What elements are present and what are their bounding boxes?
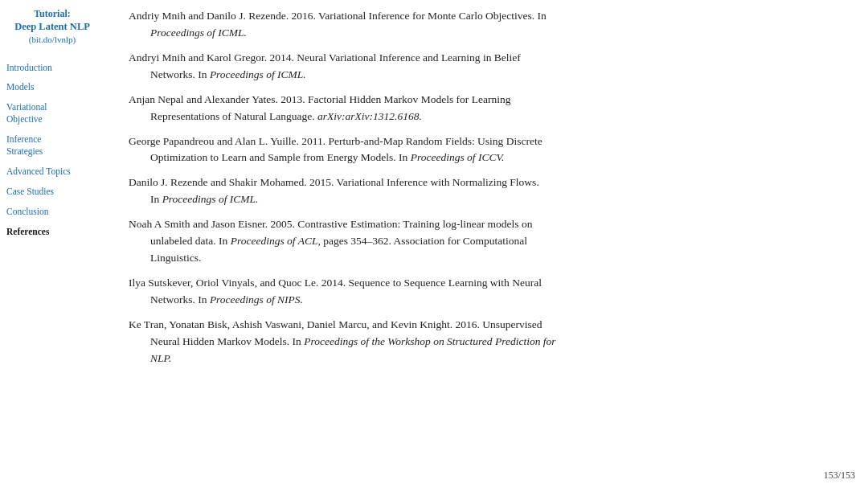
main-content: Andriy Mnih and Danilo J. Rezende. 2016.… — [104, 0, 868, 488]
list-item: Ke Tran, Yonatan Bisk, Ashish Vaswani, D… — [129, 317, 844, 367]
sidebar-item-case-studies[interactable]: Case Studies — [6, 186, 98, 198]
sidebar-item-conclusion[interactable]: Conclusion — [6, 206, 98, 218]
ref-text: Optimization to Learn and Sample from En… — [129, 150, 844, 166]
list-item: George Papandreou and Alan L. Yuille. 20… — [129, 133, 844, 167]
sidebar-item-introduction[interactable]: Introduction — [6, 62, 98, 74]
list-item: Andriy Mnih and Danilo J. Rezende. 2016.… — [129, 8, 844, 42]
reference-list: Andriy Mnih and Danilo J. Rezende. 2016.… — [129, 8, 844, 375]
list-item: Noah A Smith and Jason Eisner. 2005. Con… — [129, 216, 844, 267]
sidebar-title-line1: Tutorial: — [6, 8, 98, 20]
sidebar-item-inference-strategies[interactable]: InferenceStrategies — [6, 133, 98, 158]
sidebar-item-references[interactable]: References — [6, 226, 98, 238]
ref-text: Linguistics. — [129, 250, 844, 267]
sidebar-item-variational-objective[interactable]: VariationalObjective — [6, 101, 98, 125]
sidebar-title-line2: Deep Latent NLP — [6, 20, 98, 35]
sidebar-item-models[interactable]: Models — [6, 81, 98, 93]
ref-text: Ke Tran, Yonatan Bisk, Ashish Vaswani, D… — [129, 317, 844, 334]
ref-text: Proceedings of ICML. — [129, 25, 844, 42]
ref-text: Networks. In Proceedings of ICML. — [129, 67, 844, 84]
ref-text: NLP. — [129, 351, 844, 367]
page-number: 153/153 — [824, 470, 855, 482]
ref-text: unlabeled data. In Proceedings of ACL, p… — [129, 233, 844, 250]
ref-text: Anjan Nepal and Alexander Yates. 2013. F… — [129, 92, 844, 109]
sidebar-nav: Introduction Models VariationalObjective… — [6, 62, 98, 238]
sidebar-item-advanced-topics[interactable]: Advanced Topics — [6, 166, 98, 178]
ref-text: In Proceedings of ICML. — [129, 191, 844, 208]
ref-text: Andryi Mnih and Karol Gregor. 2014. Neur… — [129, 50, 844, 67]
sidebar-title-line3: (bit.do/lvnlp) — [6, 35, 98, 44]
list-item: Anjan Nepal and Alexander Yates. 2013. F… — [129, 92, 844, 125]
sidebar-title: Tutorial: Deep Latent NLP (bit.do/lvnlp) — [6, 8, 98, 44]
ref-text: Neural Hidden Markov Models. In Proceedi… — [129, 334, 844, 351]
ref-text: Danilo J. Rezende and Shakir Mohamed. 20… — [129, 174, 844, 191]
ref-text: Andriy Mnih and Danilo J. Rezende. 2016.… — [129, 8, 844, 25]
ref-text: Noah A Smith and Jason Eisner. 2005. Con… — [129, 216, 844, 233]
ref-text: Ilya Sutskever, Oriol Vinyals, and Quoc … — [129, 275, 844, 292]
list-item: Andryi Mnih and Karol Gregor. 2014. Neur… — [129, 50, 844, 84]
sidebar: Tutorial: Deep Latent NLP (bit.do/lvnlp)… — [0, 0, 104, 488]
list-item: Danilo J. Rezende and Shakir Mohamed. 20… — [129, 174, 844, 208]
list-item: Ilya Sutskever, Oriol Vinyals, and Quoc … — [129, 275, 844, 309]
ref-text: Networks. In Proceedings of NIPS. — [129, 292, 844, 309]
ref-text: Representations of Natural Language. arX… — [129, 109, 844, 125]
ref-text: George Papandreou and Alan L. Yuille. 20… — [129, 133, 844, 150]
